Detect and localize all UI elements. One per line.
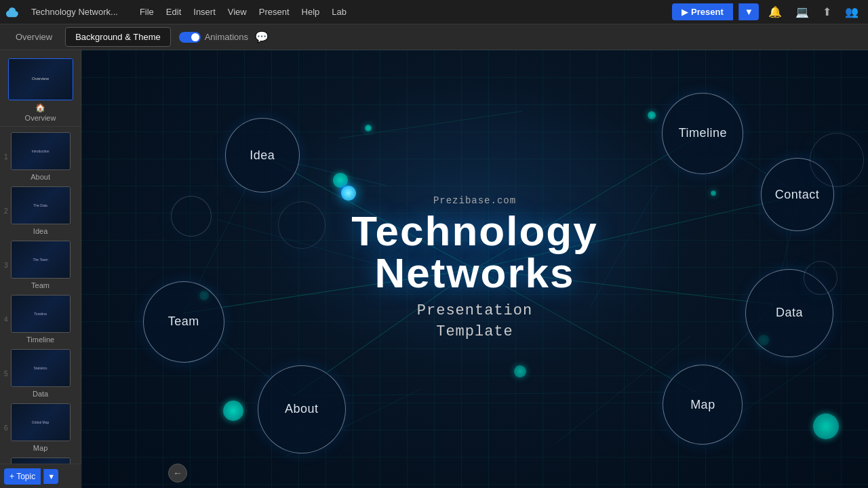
slide-number-5: 5 bbox=[4, 370, 8, 378]
menu-edit[interactable]: Edit bbox=[161, 4, 186, 20]
menu-lab[interactable]: Lab bbox=[326, 4, 352, 20]
teal-dot-8 bbox=[365, 125, 372, 131]
menu-insert[interactable]: Insert bbox=[188, 4, 221, 20]
slide-number-6: 6 bbox=[4, 424, 8, 432]
cloud-icon bbox=[5, 5, 20, 20]
menu-help[interactable]: Help bbox=[296, 4, 326, 20]
slide-number-2: 2 bbox=[4, 207, 8, 215]
notifications-button[interactable]: 🔔 bbox=[764, 3, 786, 21]
present-button[interactable]: ▶ Present bbox=[672, 3, 733, 20]
share-button[interactable]: ⬆ bbox=[818, 3, 835, 21]
slide-thumb-5: Statistics bbox=[11, 349, 71, 387]
node-idea[interactable]: Idea bbox=[225, 118, 300, 192]
slide-thumb-6: Global Map bbox=[11, 403, 71, 441]
slide-thumb-3: The Team bbox=[11, 241, 71, 279]
overview-thumbnail: Overview bbox=[8, 58, 73, 100]
animations-toggle[interactable] bbox=[179, 32, 201, 43]
app-logo bbox=[5, 5, 20, 20]
users-button[interactable]: 👥 bbox=[841, 3, 863, 21]
node-ghost-3 bbox=[810, 133, 864, 187]
node-about[interactable]: About bbox=[258, 365, 346, 453]
animations-toggle-group: Animations bbox=[179, 32, 248, 43]
tab-overview[interactable]: Overview bbox=[5, 27, 62, 47]
toggle-knob bbox=[191, 33, 199, 41]
app-title: Technology Network... bbox=[31, 7, 118, 17]
teal-dot-4 bbox=[514, 365, 526, 378]
slide-thumb-4: Timeline bbox=[11, 295, 71, 333]
menu-file[interactable]: File bbox=[134, 4, 159, 20]
node-ghost-4 bbox=[278, 201, 326, 249]
home-icon: 🏠 bbox=[35, 103, 45, 113]
slide-label-4: Timeline bbox=[26, 336, 54, 344]
slide-item-6[interactable]: 6 Global Map Map bbox=[0, 401, 81, 455]
node-ghost-2 bbox=[804, 261, 837, 295]
sub-title: Presentation Template bbox=[351, 301, 597, 343]
slide-thumb-2: The Data bbox=[11, 186, 71, 224]
add-topic-button[interactable]: + Topic bbox=[4, 468, 41, 485]
slide-label-6: Map bbox=[33, 444, 47, 452]
slide-item-4[interactable]: 4 Timeline Timeline bbox=[0, 292, 81, 346]
overview-label: Overview bbox=[25, 114, 56, 122]
node-team[interactable]: Team bbox=[143, 281, 224, 363]
slide-item-2[interactable]: 2 The Data Idea bbox=[0, 184, 81, 238]
menu-present[interactable]: Present bbox=[254, 4, 295, 20]
menu-bar: File Edit Insert View Present Help Lab bbox=[134, 4, 352, 20]
bottom-bar: + Topic ▼ bbox=[0, 464, 81, 488]
slide-thumb-1: Introduction bbox=[11, 132, 71, 170]
prezibase-subtitle: Prezibase.com bbox=[351, 195, 597, 206]
comment-icon[interactable]: 💬 bbox=[255, 30, 269, 43]
center-content: Prezibase.com Technology Networks Presen… bbox=[351, 195, 597, 343]
animations-label: Animations bbox=[205, 32, 248, 42]
teal-dot-3 bbox=[223, 401, 243, 421]
back-nav-button[interactable]: ← bbox=[168, 464, 187, 483]
menu-view[interactable]: View bbox=[222, 4, 252, 20]
add-topic-dropdown[interactable]: ▼ bbox=[43, 469, 58, 484]
teal-dot-7 bbox=[813, 413, 839, 439]
slide-label-5: Data bbox=[33, 390, 48, 398]
tabs-bar: Overview Background & Theme Animations 💬 bbox=[0, 24, 868, 50]
slide-label-3: Team bbox=[31, 281, 50, 289]
tab-bg-theme[interactable]: Background & Theme bbox=[65, 27, 171, 47]
node-timeline[interactable]: Timeline bbox=[662, 93, 743, 174]
teal-dot-9 bbox=[711, 190, 716, 196]
slide-item-1[interactable]: 1 Introduction About bbox=[0, 129, 81, 184]
main-title: Technology Networks bbox=[351, 210, 597, 294]
slide-number-4: 4 bbox=[4, 316, 8, 323]
sidebar: Overview 🏠 Overview 1 Introduction About… bbox=[0, 50, 81, 488]
slide-item-3[interactable]: 3 The Team Team bbox=[0, 238, 81, 292]
slide-number-3: 3 bbox=[4, 262, 8, 269]
slide-label-1: About bbox=[31, 173, 50, 181]
main-area: Overview 🏠 Overview 1 Introduction About… bbox=[0, 50, 868, 488]
slide-item-5[interactable]: 5 Statistics Data bbox=[0, 346, 81, 401]
canvas[interactable]: Idea Timeline Contact Team Data About Ma… bbox=[81, 50, 868, 488]
sidebar-overview[interactable]: Overview 🏠 Overview bbox=[0, 54, 81, 127]
present-dropdown-button[interactable]: ▼ bbox=[738, 3, 759, 20]
slide-label-2: Idea bbox=[33, 227, 47, 235]
node-map[interactable]: Map bbox=[663, 365, 743, 445]
slide-number-1: 1 bbox=[4, 153, 8, 161]
topbar: Technology Network... File Edit Insert V… bbox=[0, 0, 868, 24]
share-screen-button[interactable]: 💻 bbox=[791, 3, 813, 21]
